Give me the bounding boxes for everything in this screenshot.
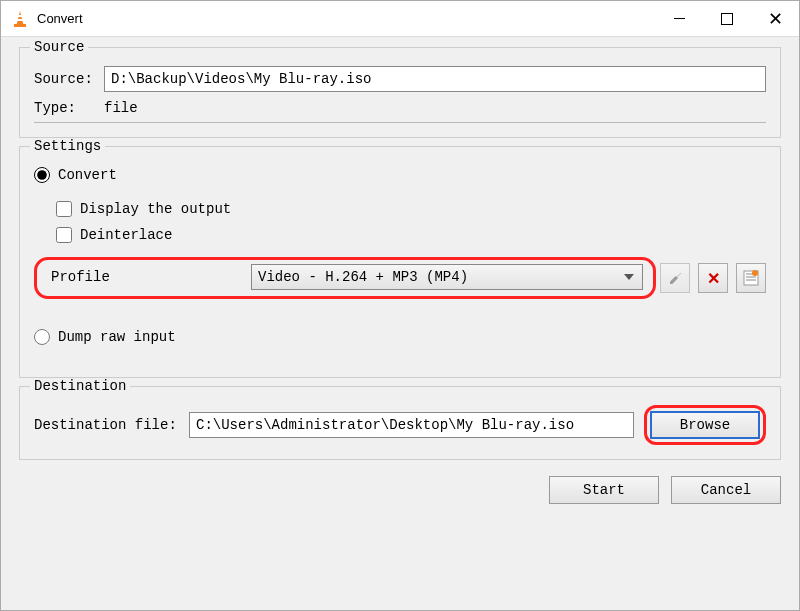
delete-profile-button[interactable]: ✕ (698, 263, 728, 293)
profile-buttons: ✕ (660, 263, 766, 293)
svg-rect-3 (14, 24, 26, 27)
window-controls: ✕ (655, 1, 799, 36)
settings-group: Settings Convert Display the output Dein… (19, 146, 781, 378)
profile-label: Profile (51, 269, 251, 285)
minimize-button[interactable] (655, 1, 703, 36)
source-divider (34, 122, 766, 123)
profile-value: Video - H.264 + MP3 (MP4) (258, 269, 468, 285)
profile-highlight: Profile Video - H.264 + MP3 (MP4) (34, 257, 656, 299)
close-button[interactable]: ✕ (751, 1, 799, 36)
dump-radio-label: Dump raw input (58, 329, 176, 345)
vlc-cone-icon (11, 10, 29, 28)
start-button[interactable]: Start (549, 476, 659, 504)
destination-group: Destination Destination file: Browse (19, 386, 781, 460)
svg-point-8 (752, 270, 758, 276)
cancel-button[interactable]: Cancel (671, 476, 781, 504)
destination-file-input[interactable] (189, 412, 634, 438)
deinterlace-row[interactable]: Deinterlace (56, 227, 766, 243)
svg-marker-0 (17, 11, 24, 25)
destination-file-label: Destination file: (34, 417, 189, 433)
dialog-buttons: Start Cancel (19, 476, 781, 504)
source-group: Source Source: Type: file (19, 47, 781, 138)
chevron-down-icon (624, 274, 634, 280)
new-profile-button[interactable] (736, 263, 766, 293)
maximize-button[interactable] (703, 1, 751, 36)
x-icon: ✕ (707, 269, 720, 288)
convert-radio-label: Convert (58, 167, 117, 183)
display-output-checkbox[interactable] (56, 201, 72, 217)
dump-radio[interactable] (34, 329, 50, 345)
source-label: Source: (34, 71, 104, 87)
destination-legend: Destination (30, 378, 130, 394)
settings-legend: Settings (30, 138, 105, 154)
titlebar: Convert ✕ (1, 1, 799, 37)
convert-window: Convert ✕ Source Source: Type: file Sett… (0, 0, 800, 611)
window-title: Convert (37, 11, 655, 26)
display-output-label: Display the output (80, 201, 231, 217)
display-output-row[interactable]: Display the output (56, 201, 766, 217)
svg-rect-2 (17, 19, 23, 21)
convert-radio-row[interactable]: Convert (34, 167, 766, 183)
convert-radio[interactable] (34, 167, 50, 183)
profile-select[interactable]: Video - H.264 + MP3 (MP4) (251, 264, 643, 290)
browse-button[interactable]: Browse (650, 411, 760, 439)
svg-rect-1 (18, 15, 22, 17)
deinterlace-label: Deinterlace (80, 227, 172, 243)
dump-radio-row[interactable]: Dump raw input (34, 329, 766, 345)
browse-highlight: Browse (644, 405, 766, 445)
edit-profile-button[interactable] (660, 263, 690, 293)
client-area: Source Source: Type: file Settings Conve… (1, 37, 799, 610)
new-profile-icon (743, 270, 759, 286)
source-legend: Source (30, 39, 88, 55)
type-label: Type: (34, 100, 104, 116)
wrench-icon (667, 270, 683, 286)
type-value: file (104, 100, 138, 116)
source-input[interactable] (104, 66, 766, 92)
deinterlace-checkbox[interactable] (56, 227, 72, 243)
